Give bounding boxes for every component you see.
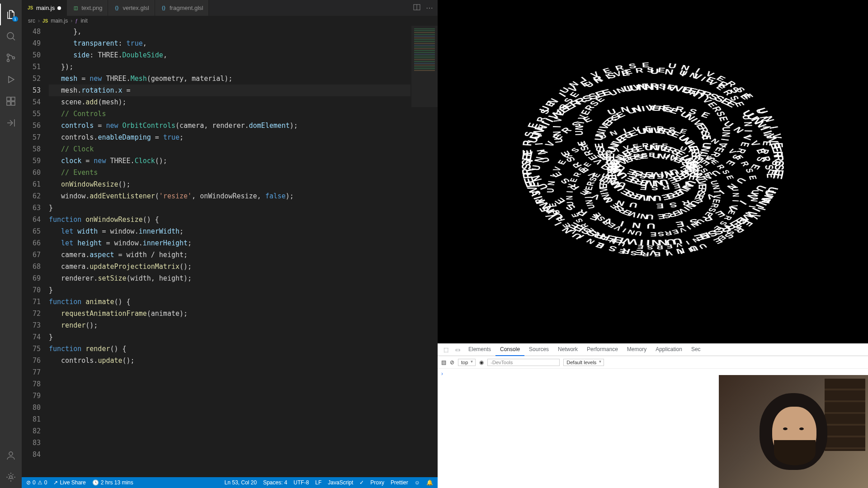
tab-label: text.png — [81, 5, 102, 11]
line-number: 60 — [22, 167, 41, 178]
line-number: 78 — [22, 378, 41, 390]
devtools-tab-network[interactable]: Network — [553, 343, 582, 356]
execution-context-select[interactable]: top — [458, 359, 476, 366]
devtools-tab-sources[interactable]: Sources — [524, 343, 553, 356]
devtools-tab-console[interactable]: Console — [495, 343, 524, 356]
code-line[interactable]: // Events — [49, 167, 410, 178]
code-line[interactable]: render(); — [49, 319, 410, 331]
log-levels-select[interactable]: Default levels — [563, 359, 604, 366]
devtools-tabs: ⬚ ▭ ElementsConsoleSourcesNetworkPerform… — [438, 343, 868, 356]
webgl-preview[interactable]: UNIVERSE UNIVERSE UNIVERSE UNIVERSE UNIV… — [438, 0, 868, 343]
devtools-console-toolbar: ▤ ⊘ top ◉ -DevTools Default levels — [438, 356, 868, 369]
status-encoding[interactable]: UTF-8 — [293, 479, 309, 486]
device-toggle-icon[interactable]: ▭ — [452, 347, 463, 353]
code-line[interactable]: camera.updateProjectionMatrix(); — [49, 261, 410, 272]
status-errors[interactable]: ⊘ 0 ⚠ 0 — [26, 479, 47, 486]
code-editor[interactable]: 4849505152535455565758596061626364656667… — [22, 26, 438, 477]
more-actions-icon[interactable]: ⋯ — [426, 4, 433, 12]
code-line[interactable]: scene.add(mesh); — [49, 96, 410, 108]
code-line[interactable]: // Controls — [49, 108, 410, 120]
breadcrumb-folder[interactable]: src — [28, 18, 35, 24]
svg-point-8 — [9, 452, 13, 455]
svg-point-0 — [7, 33, 14, 39]
sidebar-toggle-icon[interactable]: ▤ — [441, 359, 446, 366]
split-editor-icon[interactable] — [413, 4, 420, 12]
status-eol[interactable]: LF — [315, 479, 321, 486]
code-line[interactable]: } — [49, 202, 410, 214]
status-prettier[interactable]: Prettier — [391, 479, 408, 486]
file-icon: {} — [160, 5, 167, 11]
svg-rect-5 — [7, 102, 10, 105]
status-live-share[interactable]: ↗ Live Share — [53, 479, 85, 486]
code-line[interactable]: } — [49, 331, 410, 343]
code-line[interactable]: controls.update(); — [49, 355, 410, 366]
code-line[interactable]: window.addEventListener('resize', onWind… — [49, 190, 410, 202]
code-line[interactable]: camera.aspect = width / height; — [49, 249, 410, 261]
tab-text-png[interactable]: ◫text.png — [67, 0, 108, 16]
breadcrumb-symbol[interactable]: init — [80, 18, 87, 24]
status-language[interactable]: JavaScript — [328, 479, 353, 486]
code-line[interactable]: transparent: true, — [49, 38, 410, 49]
code-line[interactable]: mesh.rotation.x = — [49, 84, 410, 96]
code-line[interactable]: mesh = new THREE.Mesh(geometry, material… — [49, 73, 410, 84]
minimap[interactable] — [411, 26, 438, 107]
devtools-tab-memory[interactable]: Memory — [623, 343, 651, 356]
breadcrumb-file[interactable]: main.js — [51, 18, 68, 24]
inspect-element-icon[interactable]: ⬚ — [440, 347, 451, 353]
run-debug-icon[interactable] — [0, 69, 22, 90]
code-line[interactable]: function render() { — [49, 343, 410, 355]
code-line[interactable]: } — [49, 284, 410, 296]
devtools-tab-application[interactable]: Application — [651, 343, 687, 356]
explorer-icon[interactable]: 1 — [0, 4, 22, 25]
code-line[interactable]: controls = new OrbitControls(camera, ren… — [49, 120, 410, 131]
tab-vertex-glsl[interactable]: {}vertex.glsl — [108, 0, 155, 16]
line-number: 52 — [22, 73, 41, 84]
status-cursor[interactable]: Ln 53, Col 20 — [225, 479, 257, 486]
code-line[interactable]: function onWindowResize() { — [49, 214, 410, 225]
line-number: 49 — [22, 38, 41, 49]
status-spaces[interactable]: Spaces: 4 — [263, 479, 287, 486]
account-icon[interactable] — [0, 445, 22, 466]
live-expression-icon[interactable]: ◉ — [479, 359, 484, 366]
status-checkmark[interactable]: ✓ — [359, 479, 364, 486]
line-number: 55 — [22, 108, 41, 120]
line-number: 82 — [22, 425, 41, 437]
line-number: 67 — [22, 249, 41, 261]
svg-rect-7 — [11, 97, 15, 101]
status-bell-icon[interactable]: 🔔 — [426, 479, 433, 486]
code-line[interactable]: side: THREE.DoubleSide, — [49, 49, 410, 61]
status-timer[interactable]: 🕓 2 hrs 13 mins — [92, 479, 133, 486]
breadcrumb[interactable]: src › JS main.js › ƒ init — [22, 16, 438, 26]
tab-main-js[interactable]: JSmain.js — [22, 0, 67, 16]
search-icon[interactable] — [0, 25, 22, 47]
line-number: 81 — [22, 413, 41, 425]
source-control-icon[interactable] — [0, 47, 22, 69]
live-share-icon[interactable] — [0, 112, 22, 134]
svg-point-1 — [7, 54, 9, 56]
line-number: 56 — [22, 120, 41, 131]
tab-fragment-glsl[interactable]: {}fragment.glsl — [155, 0, 209, 16]
tab-label: vertex.glsl — [123, 5, 149, 11]
gear-icon[interactable] — [0, 466, 22, 488]
code-line[interactable]: // Clock — [49, 143, 410, 155]
devtools-tab-sec[interactable]: Sec — [687, 343, 705, 356]
status-feedback-icon[interactable]: ☺ — [415, 479, 420, 486]
clear-console-icon[interactable]: ⊘ — [450, 359, 454, 366]
code-line[interactable]: let width = window.innerWidth; — [49, 225, 410, 237]
line-number: 74 — [22, 331, 41, 343]
code-line[interactable]: clock = new THREE.Clock(); — [49, 155, 410, 167]
code-line[interactable]: }, — [49, 26, 410, 38]
code-line[interactable]: function animate() { — [49, 296, 410, 308]
code-line[interactable]: requestAnimationFrame(animate); — [49, 308, 410, 319]
code-line[interactable]: controls.enableDamping = true; — [49, 131, 410, 143]
line-number: 76 — [22, 355, 41, 366]
code-line[interactable]: }); — [49, 61, 410, 73]
status-proxy[interactable]: Proxy — [370, 479, 384, 486]
devtools-tab-elements[interactable]: Elements — [464, 343, 495, 356]
extensions-icon[interactable] — [0, 90, 22, 112]
code-line[interactable]: renderer.setSize(width, height); — [49, 272, 410, 284]
console-filter-input[interactable]: -DevTools — [487, 359, 560, 366]
code-line[interactable]: let height = window.innerHeight; — [49, 237, 410, 249]
devtools-tab-performance[interactable]: Performance — [582, 343, 623, 356]
code-line[interactable]: onWindowResize(); — [49, 178, 410, 190]
